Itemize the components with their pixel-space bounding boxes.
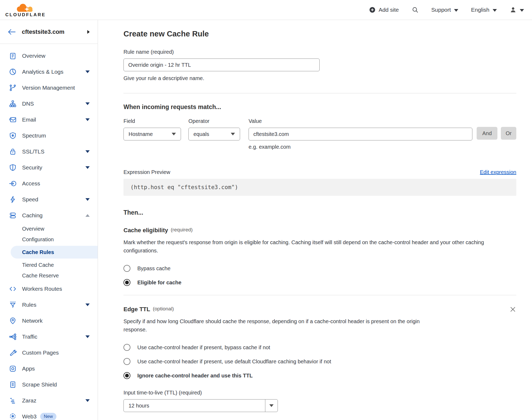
sidebar-item-email[interactable]: Email [0,112,98,128]
add-site-button[interactable]: Add site [369,7,399,13]
top-header: CLOUDFLARE Add site Support English [0,0,532,20]
share-network-icon [9,333,17,341]
server-stack-icon [9,211,17,219]
login-arrow-icon [9,180,17,188]
document-icon [9,381,17,389]
value-input[interactable] [249,128,472,140]
radio-button[interactable] [123,265,130,272]
caret-down-icon [520,9,524,12]
chevron-down-icon [85,198,90,201]
sidebar-item-label: Security [22,164,42,171]
field-select[interactable]: Hostname [123,128,181,140]
sidebar-item-speed[interactable]: Speed [0,192,98,207]
expression-preview-row: Expression Preview Edit expression [123,169,516,175]
cache-eligibility-heading-row: Cache eligibility (required) [123,227,516,234]
sidebar-item-label: Analytics & Logs [22,69,63,75]
chevron-right-icon [87,30,90,34]
chevron-up-icon [85,214,90,217]
sidebar-item-caching[interactable]: Caching [0,207,98,223]
field-select-value: Hostname [129,131,153,137]
person-icon [510,6,517,13]
cache-eligibility-options: Bypass cacheEligible for cache [123,265,516,286]
new-badge: New [40,413,56,420]
sidebar-item-label: Apps [22,365,35,372]
close-icon[interactable] [509,306,516,313]
cache-eligibility-description: Mark whether the request's response from… [123,238,508,255]
edge-ttl-options: Use cache-control header if present, byp… [123,344,516,379]
section-divider [123,295,516,295]
language-label: English [471,7,489,13]
sidebar-item-web3[interactable]: Web3New [0,409,98,420]
pie-chart-icon [9,68,17,76]
language-menu[interactable]: English [471,7,497,13]
cloudflare-logo[interactable]: CLOUDFLARE [5,2,46,18]
edit-expression-link[interactable]: Edit expression [480,169,516,175]
shield-icon [9,164,17,172]
sidebar-item-label: Caching [22,212,43,219]
shield-asterisk-icon [9,132,17,140]
sidebar-item-network[interactable]: Network [0,313,98,329]
sidebar-subitem-caching-overview[interactable]: Overview [0,223,98,234]
support-label: Support [431,7,451,13]
ttl-select-arrow[interactable] [265,400,278,412]
site-switcher[interactable]: cftestsite3.com [0,20,98,44]
and-button[interactable]: And [477,127,497,140]
expression-code: (http.host eq "cftestsite3.com") [123,179,516,196]
edge-ttl-option[interactable]: Use cache-control header if present, byp… [123,344,516,351]
sidebar-item-access[interactable]: Access [0,176,98,192]
radio-button-selected[interactable] [123,372,130,379]
sidebar-subitem-caching-configuration[interactable]: Configuration [0,234,98,245]
radio-label: Eligible for cache [137,280,182,286]
edge-ttl-option[interactable]: Use cache-control header if present, use… [123,358,516,365]
ttl-select-value: 12 hours [124,400,265,412]
sidebar-item-label: Access [22,180,40,187]
git-branch-icon [9,84,17,92]
chevron-down-icon [85,399,90,402]
radio-label: Use cache-control header if present, byp… [137,344,270,351]
radio-label: Bypass cache [137,265,171,272]
cache-eligibility-option[interactable]: Bypass cache [123,265,516,272]
search-icon[interactable] [412,6,419,13]
sidebar-item-spectrum[interactable]: Spectrum [0,128,98,144]
sidebar-item-dns[interactable]: DNS [0,96,98,112]
sidebar-item-security[interactable]: Security [0,160,98,176]
rule-name-input[interactable] [123,59,320,71]
section-divider [123,93,516,93]
sidebar-subitem-cache-rules[interactable]: Cache Rules [11,246,98,259]
sidebar-item-analytics-logs[interactable]: Analytics & Logs [0,64,98,80]
sidebar-item-traffic[interactable]: Traffic [0,329,98,345]
account-menu[interactable] [510,6,524,13]
sidebar-item-overview[interactable]: Overview [0,48,98,64]
value-label: Value [249,118,472,124]
chevron-down-icon [85,150,90,153]
sidebar-item-label: Custom Pages [22,350,59,356]
sidebar-item-apps[interactable]: Apps [0,361,98,377]
ttl-select[interactable]: 12 hours [123,399,278,412]
cache-eligibility-heading: Cache eligibility [123,227,168,234]
support-menu[interactable]: Support [431,7,459,13]
sidebar-item-custom-pages[interactable]: Custom Pages [0,345,98,361]
operator-select[interactable]: equals [188,128,240,140]
sidebar-item-label: Scrape Shield [22,381,57,388]
radio-button[interactable] [123,344,130,351]
sidebar-item-scrape-shield[interactable]: Scrape Shield [0,377,98,393]
sidebar-subitem-tiered-cache[interactable]: Tiered Cache [0,260,98,270]
sidebar-item-label: Spectrum [22,132,46,139]
back-arrow-icon[interactable] [7,28,16,35]
edge-ttl-option[interactable]: Ignore cache-control header and use this… [123,372,516,379]
or-button[interactable]: Or [501,127,516,140]
cache-eligibility-qualifier: (required) [171,227,193,233]
sidebar-item-workers-routes[interactable]: Workers Routes [0,281,98,297]
radio-button[interactable] [123,358,130,365]
sidebar-item-rules[interactable]: Rules [0,297,98,313]
cache-eligibility-option[interactable]: Eligible for cache [123,279,516,286]
sidebar-item-version-management[interactable]: Version Management [0,80,98,96]
radio-button-selected[interactable] [123,279,130,286]
envelope-icon [9,116,17,124]
sidebar: cftestsite3.com OverviewAnalytics & Logs… [0,20,98,420]
sidebar-item-ssl-tls[interactable]: SSL/TLS [0,144,98,160]
chevron-down-icon [85,70,90,73]
sidebar-subitem-cache-reserve[interactable]: Cache Reserve [0,270,98,281]
sidebar-item-zaraz[interactable]: Zaraz [0,393,98,409]
sidebar-item-label: Version Management [22,85,75,91]
